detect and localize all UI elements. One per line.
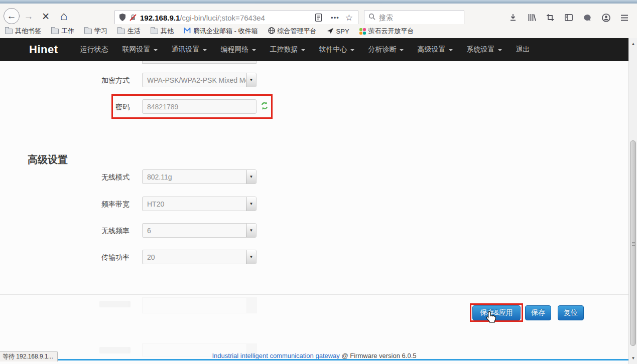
search-icon <box>368 13 375 22</box>
tx-power-label: 传输功率 <box>69 253 130 262</box>
gateway-footer-link[interactable]: Industrial intelligent communication gat… <box>212 352 339 359</box>
screenshot-crop-icon[interactable] <box>545 13 555 23</box>
wireless-mode-label: 无线模式 <box>69 173 130 182</box>
search-box[interactable] <box>364 10 464 25</box>
bookmark-folder-life[interactable]: 生活 <box>117 27 141 36</box>
insecure-lock-icon[interactable] <box>129 14 137 22</box>
tencent-exmail-icon <box>184 27 191 35</box>
tracking-shield-icon[interactable] <box>119 14 126 22</box>
nav-item-advanced-settings[interactable]: 高级设置 <box>411 41 460 58</box>
forward-button[interactable]: → <box>22 10 35 23</box>
reset-button[interactable]: 复位 <box>558 305 584 320</box>
chevron-down-icon <box>203 49 207 51</box>
scrollbar-grip <box>632 242 635 247</box>
bookmark-management-platform[interactable]: 综合管理平台 <box>268 27 317 36</box>
bookmarks-bar: 其他书签 工作 学习 生活 其他 腾讯企业邮箱 - 收件箱 综合管理平台 SPY… <box>0 24 637 38</box>
url-text[interactable]: 192.168.9.1/cgi-bin/luci/;stok=7643e4 <box>140 14 312 22</box>
nav-item-programming-network[interactable]: 编程网络 <box>214 41 263 58</box>
account-icon[interactable] <box>601 13 611 23</box>
nav-item-software-center[interactable]: 软件中心 <box>312 41 361 58</box>
channel-label: 无线频率 <box>69 227 130 236</box>
section-title: 高级设置 <box>28 153 68 166</box>
bookmark-folder-work[interactable]: 工作 <box>51 27 74 36</box>
folder-icon <box>151 29 158 34</box>
chevron-down-icon <box>301 49 305 51</box>
browser-toolbar: ← → × ⌂ 192.168.9.1/cgi-bin/luci/;stok=7… <box>0 4 637 24</box>
search-input[interactable] <box>379 14 470 22</box>
select-dropdown-button[interactable]: ▼ <box>246 224 256 237</box>
encryption-label: 加密方式 <box>69 76 130 85</box>
url-bar[interactable]: 192.168.9.1/cgi-bin/luci/;stok=7643e4 ••… <box>114 10 358 25</box>
url-path: /cgi-bin/luci/;stok=7643e4 <box>180 14 265 22</box>
bookmark-spy[interactable]: SPY <box>327 27 349 36</box>
tx-power-select[interactable]: 20 ▼ <box>142 250 257 264</box>
select-dropdown-button[interactable]: ▼ <box>246 250 256 264</box>
save-button[interactable]: 保存 <box>525 305 551 320</box>
bookmark-ezviz-platform[interactable]: 萤石云开放平台 <box>359 27 414 36</box>
bookmark-folder-study[interactable]: 学习 <box>84 27 107 36</box>
select-dropdown-button[interactable]: ▼ <box>246 73 256 87</box>
channel-select[interactable]: 6 ▼ <box>142 223 257 238</box>
stop-button[interactable]: × <box>39 9 52 23</box>
scroll-down-arrow-icon[interactable]: ▼ <box>629 354 637 362</box>
nav-item-communication-settings[interactable]: 通讯设置 <box>165 41 214 58</box>
ezviz-icon <box>359 28 366 35</box>
toolbar-right-icons <box>508 10 629 25</box>
nav-items: 运行状态 联网设置 通讯设置 编程网络 工控数据 软件中心 分析诊断 高级设置 … <box>73 41 537 58</box>
spy-plane-icon <box>327 27 334 36</box>
password-input[interactable] <box>142 99 257 114</box>
downloads-icon[interactable] <box>508 13 518 23</box>
chevron-down-icon <box>400 49 404 51</box>
network-status-popup: 等待 192.168.9.1... <box>0 351 58 361</box>
select-dropdown-button[interactable]: ▼ <box>246 197 256 211</box>
back-button[interactable]: ← <box>4 8 20 24</box>
page-actions-icon[interactable]: ••• <box>331 14 339 22</box>
nav-item-system-settings[interactable]: 系统设置 <box>460 41 509 58</box>
page-content: 加密方式 WPA-PSK/WPA2-PSK Mixed Mo ▼ 密码 高级设置… <box>0 61 628 364</box>
encryption-select[interactable]: WPA-PSK/WPA2-PSK Mixed Mo ▼ <box>142 73 257 87</box>
bandwidth-label: 频率带宽 <box>69 200 130 209</box>
chevron-down-icon <box>350 49 354 51</box>
generate-password-refresh-icon[interactable] <box>260 101 269 112</box>
chevron-down-icon <box>154 49 158 51</box>
home-button[interactable]: ⌂ <box>57 9 71 24</box>
chevron-down-icon <box>252 49 256 51</box>
clipped-field-remnant <box>142 61 257 64</box>
bookmark-folder-other-bookmarks[interactable]: 其他书签 <box>5 27 41 36</box>
mouse-cursor-hand <box>485 311 497 326</box>
folder-icon <box>117 29 125 34</box>
bandwidth-select[interactable]: HT20 ▼ <box>142 197 257 211</box>
firmware-version-text: @ Firmware version 6.0.5 <box>341 352 416 359</box>
bookmark-tencent-exmail[interactable]: 腾讯企业邮箱 - 收件箱 <box>184 27 258 36</box>
vertical-scrollbar[interactable]: ▲ ▼ <box>628 38 637 364</box>
chevron-down-icon <box>449 49 453 51</box>
window-top-strip <box>0 0 637 4</box>
nav-item-industrial-data[interactable]: 工控数据 <box>263 41 312 58</box>
nav-item-running-status[interactable]: 运行状态 <box>73 41 115 58</box>
status-text: 等待 192.168.9.1... <box>3 352 53 361</box>
globe-icon <box>268 27 275 36</box>
footer-accent-line <box>0 359 628 360</box>
scroll-up-arrow-icon[interactable]: ▲ <box>629 40 637 48</box>
folder-icon <box>51 29 59 34</box>
nav-item-network-settings[interactable]: 联网设置 <box>115 41 165 58</box>
bookmark-star-icon[interactable]: ☆ <box>345 13 353 23</box>
nav-item-logout[interactable]: 退出 <box>509 41 537 58</box>
messages-bubble-icon[interactable] <box>582 13 592 23</box>
password-label: 密码 <box>69 103 130 112</box>
bookmark-folder-misc[interactable]: 其他 <box>151 27 174 36</box>
wireless-mode-select[interactable]: 802.11g ▼ <box>142 169 257 184</box>
folder-icon <box>5 29 13 34</box>
scrollbar-thumb[interactable] <box>630 140 636 346</box>
folder-icon <box>84 29 92 34</box>
nav-item-analysis-diagnosis[interactable]: 分析诊断 <box>361 41 411 58</box>
sidebar-toggle-icon[interactable] <box>564 13 574 23</box>
reader-mode-icon[interactable] <box>315 14 322 22</box>
library-icon[interactable] <box>527 13 537 23</box>
url-domain: 192.168.9.1 <box>140 14 180 22</box>
section-divider <box>0 294 628 295</box>
brand-logo[interactable]: Hinet <box>29 43 58 56</box>
browser-window: ← → × ⌂ 192.168.9.1/cgi-bin/luci/;stok=7… <box>0 0 637 364</box>
menu-hamburger-icon[interactable] <box>619 13 629 23</box>
select-dropdown-button[interactable]: ▼ <box>246 170 256 184</box>
